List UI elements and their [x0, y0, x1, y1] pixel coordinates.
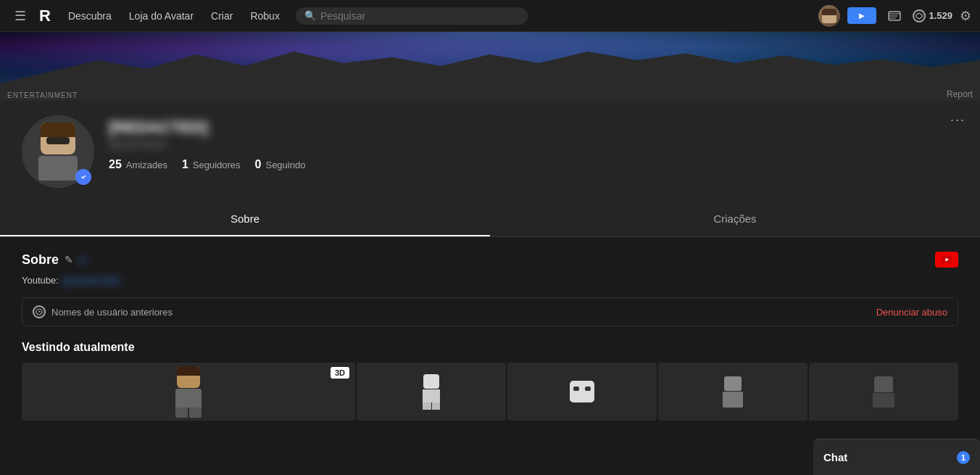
tab-criacoes[interactable]: Criações: [490, 202, 980, 236]
nav-right-area: ► 1.529 ⚙: [818, 5, 971, 27]
nav-robux[interactable]: Robux: [243, 7, 286, 25]
nav-discover[interactable]: Descubra: [61, 7, 119, 25]
settings-icon[interactable]: ⚙: [960, 8, 971, 24]
sobre-title-wrap: Sobre ✎ ►: [22, 252, 88, 268]
profile-avatar-wrap: [22, 115, 94, 188]
friends-count: 25: [109, 158, 122, 171]
following-count: 0: [255, 158, 262, 171]
robux-display[interactable]: 1.529: [913, 9, 952, 22]
following-label: Seguindo: [265, 160, 305, 170]
upgrade-button[interactable]: ►: [847, 7, 877, 24]
robux-icon: [913, 9, 926, 22]
report-abuse-link[interactable]: Denunciar abuso: [876, 307, 947, 318]
report-button[interactable]: Report: [947, 89, 973, 99]
3d-badge: 3D: [331, 367, 349, 379]
profile-info: [REDACTED] @[username] 25 Amizades 1 Seg…: [109, 115, 958, 171]
youtube-link[interactable]: [youtube-link]: [63, 275, 119, 286]
svg-marker-4: [916, 13, 922, 19]
vestindo-grid: 3D: [22, 363, 958, 421]
search-bar[interactable]: 🔍: [296, 7, 528, 25]
sobre-header: Sobre ✎ ►: [22, 252, 958, 268]
vestindo-item-2[interactable]: [507, 363, 657, 421]
messages-icon[interactable]: [884, 8, 905, 24]
youtube-button[interactable]: [935, 252, 958, 268]
profile-banner: ENTERTAINMENT Report: [0, 32, 980, 101]
following-stat[interactable]: 0 Seguindo: [255, 158, 306, 171]
vestindo-item-1[interactable]: [357, 363, 506, 421]
more-options-button[interactable]: ···: [950, 112, 966, 128]
followers-label: Seguidores: [193, 160, 241, 170]
navbar: ☰ R Descubra Loja do Avatar Criar Robux …: [0, 0, 980, 32]
avatar[interactable]: [818, 5, 840, 27]
chat-label: Chat: [823, 451, 847, 463]
banner-category: ENTERTAINMENT: [7, 91, 78, 99]
content-area: Sobre ✎ ► Youtube: [youtube-link] Nomes …: [0, 237, 980, 435]
nav-create[interactable]: Criar: [204, 7, 240, 25]
prev-names-left: Nomes de usuário anteriores: [33, 305, 173, 318]
profile-stats: 25 Amizades 1 Seguidores 0 Seguindo: [109, 158, 958, 171]
vestindo-title: Vestindo atualmente: [22, 341, 958, 354]
vestindo-main-display[interactable]: 3D: [22, 363, 355, 421]
previous-names-label: Nomes de usuário anteriores: [51, 307, 173, 318]
youtube-label: Youtube:: [22, 275, 59, 286]
vestindo-item-4[interactable]: [809, 363, 958, 421]
history-icon: [33, 305, 46, 318]
followers-stat[interactable]: 1 Seguidores: [182, 158, 241, 171]
edit-icon[interactable]: ✎: [65, 254, 73, 265]
chat-badge: 1: [957, 451, 970, 464]
status-badge: [75, 169, 91, 185]
robux-amount: 1.529: [929, 10, 952, 21]
profile-name: [REDACTED]: [109, 118, 958, 137]
search-icon: 🔍: [304, 10, 316, 21]
hamburger-icon[interactable]: ☰: [9, 5, 32, 27]
vestindo-items: [357, 363, 958, 421]
vestindo-item-3[interactable]: [658, 363, 807, 421]
profile-section: [REDACTED] @[username] 25 Amizades 1 Seg…: [0, 101, 980, 202]
previous-names-row: Nomes de usuário anteriores Denunciar ab…: [22, 297, 958, 326]
tab-sobre[interactable]: Sobre: [0, 202, 490, 236]
sobre-title: Sobre: [22, 252, 59, 268]
chat-widget[interactable]: Chat 1: [813, 439, 980, 475]
friends-stat[interactable]: 25 Amizades: [109, 158, 167, 171]
nav-avatar-shop[interactable]: Loja do Avatar: [122, 7, 201, 25]
tabs-bar: Sobre Criações: [0, 202, 980, 237]
roblox-logo[interactable]: R: [35, 5, 55, 27]
followers-count: 1: [182, 158, 188, 171]
youtube-row: Youtube: [youtube-link]: [22, 275, 958, 286]
edit-arrow: ►: [79, 255, 88, 265]
search-input[interactable]: [320, 10, 519, 22]
profile-username: @[username]: [109, 139, 958, 149]
friends-label: Amizades: [126, 160, 167, 170]
